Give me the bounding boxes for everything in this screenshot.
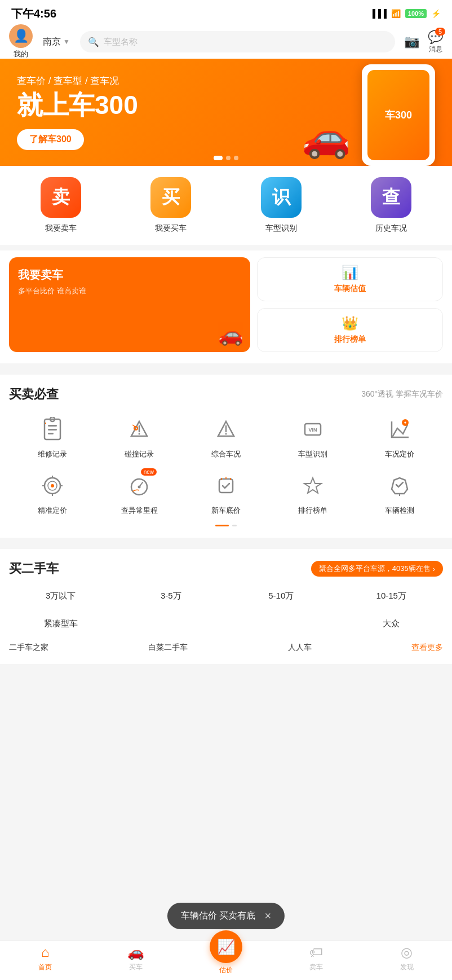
sell-label: 我要卖车 bbox=[45, 223, 77, 234]
view-more-link[interactable]: 查看更多 bbox=[411, 643, 443, 653]
identify-icon: 识 bbox=[272, 185, 290, 210]
header: 👤 我的 南京 ▼ 🔍 车型名称 📷 💬 5 消息 bbox=[0, 25, 452, 59]
pricing-icon bbox=[384, 414, 415, 445]
buy-label: 我要买车 bbox=[155, 223, 187, 234]
banner[interactable]: 查车价 / 查车型 / 查车况 就上车300 了解车300 车300 🚗 bbox=[0, 59, 452, 166]
price-item-1[interactable]: 3万以下 bbox=[9, 586, 113, 606]
city-name: 南京 bbox=[43, 36, 61, 48]
grid-inspect[interactable]: 车辆检测 bbox=[356, 471, 443, 516]
action-buy[interactable]: 买 我要买车 bbox=[122, 177, 219, 234]
grid-ranking[interactable]: 排行榜单 bbox=[269, 471, 356, 516]
ranking-card[interactable]: 👑 排行榜单 bbox=[257, 308, 443, 352]
precise-label: 精准定价 bbox=[38, 506, 67, 516]
must-check-header: 买卖必查 360°透视 掌握车况车价 bbox=[9, 386, 443, 403]
dot-2 bbox=[226, 156, 231, 160]
svg-rect-3 bbox=[48, 433, 54, 434]
banner-title: 就上车300 bbox=[17, 92, 138, 118]
ranking2-label: 排行榜单 bbox=[298, 506, 327, 516]
buy-icon-box: 买 bbox=[150, 177, 191, 218]
repair-icon bbox=[37, 414, 68, 445]
svg-rect-1 bbox=[48, 425, 57, 427]
status-icons: ▐▐▐ 📶 100% ⚡ bbox=[370, 9, 441, 18]
indicator-active bbox=[215, 525, 229, 526]
grid-newprice[interactable]: 新车底价 bbox=[183, 471, 269, 516]
ranking2-icon bbox=[298, 471, 328, 501]
grid-pricing[interactable]: 车况定价 bbox=[356, 414, 443, 459]
newprice-label: 新车底价 bbox=[211, 506, 241, 516]
sell-card-icon: 🚗 bbox=[218, 323, 243, 346]
wifi-icon: 📶 bbox=[391, 9, 401, 18]
dot-3 bbox=[234, 156, 238, 160]
action-sell[interactable]: 卖 我要卖车 bbox=[12, 177, 109, 234]
banner-text: 查车价 / 查车型 / 查车况 就上车300 了解车300 bbox=[17, 74, 138, 150]
camera-button[interactable]: 📷 bbox=[401, 31, 422, 52]
must-check-subtitle: 360°透视 掌握车况车价 bbox=[361, 389, 443, 399]
svg-point-13 bbox=[51, 484, 54, 487]
sell-feature-card[interactable]: 我要卖车 多平台比价 谁高卖谁 🚗 bbox=[9, 257, 250, 352]
battery-indicator: 100% bbox=[405, 9, 427, 18]
user-icon: 👤 bbox=[14, 29, 29, 43]
platform-2[interactable]: 白菜二手车 bbox=[148, 643, 188, 653]
sell-card-subtitle: 多平台比价 谁高卖谁 bbox=[18, 286, 241, 296]
identify-label: 车型识别 bbox=[265, 223, 297, 234]
signal-icon: ▐▐▐ bbox=[370, 9, 387, 18]
must-check-section: 买卖必查 360°透视 掌握车况车价 维修记录 bbox=[0, 375, 452, 538]
platform-3[interactable]: 人人车 bbox=[288, 643, 312, 653]
action-identify[interactable]: 识 车型识别 bbox=[233, 177, 330, 234]
grid-vin[interactable]: VIN 车型识别 bbox=[269, 414, 356, 459]
precise-icon bbox=[37, 471, 68, 501]
my-label: 我的 bbox=[14, 49, 28, 59]
message-button[interactable]: 💬 5 消息 bbox=[428, 30, 443, 54]
city-selector[interactable]: 南京 ▼ bbox=[38, 36, 74, 48]
price-grid: 3万以下 3-5万 5-10万 10-15万 bbox=[9, 586, 443, 606]
buy-tag[interactable]: 聚合全网多平台车源，4035辆在售 › bbox=[311, 561, 443, 577]
check-icon-grid: 维修记录 碰撞记录 综合车况 bbox=[9, 414, 443, 516]
vin-icon: VIN bbox=[298, 414, 328, 445]
brand-vw[interactable]: 大众 bbox=[340, 614, 444, 634]
condition-label: 综合车况 bbox=[211, 449, 241, 459]
svg-rect-2 bbox=[48, 429, 57, 430]
sell-card-title: 我要卖车 bbox=[18, 267, 241, 283]
brand-grid: 紧凑型车 大众 bbox=[9, 614, 443, 634]
svg-point-19 bbox=[138, 486, 141, 489]
buy-header: 买二手车 聚合全网多平台车源，4035辆在售 › bbox=[9, 560, 443, 577]
buy-tag-arrow: › bbox=[433, 565, 435, 573]
brand-compact[interactable]: 紧凑型车 bbox=[9, 614, 113, 634]
second-hand-section: 买二手车 聚合全网多平台车源，4035辆在售 › 3万以下 3-5万 5-10万… bbox=[0, 549, 452, 664]
feature-cards: 我要卖车 多平台比价 谁高卖谁 🚗 📊 车辆估值 👑 排行榜单 bbox=[0, 251, 452, 363]
estimate-card[interactable]: 📊 车辆估值 bbox=[257, 257, 443, 301]
platform-1[interactable]: 二手车之家 bbox=[9, 643, 48, 653]
platform-row: 二手车之家 白菜二手车 人人车 查看更多 bbox=[9, 643, 443, 653]
price-item-2[interactable]: 3-5万 bbox=[119, 586, 223, 606]
brand-2[interactable] bbox=[119, 614, 223, 634]
grid-collision[interactable]: 碰撞记录 bbox=[96, 414, 183, 459]
collision-icon bbox=[124, 414, 154, 445]
grid-precise[interactable]: 精准定价 bbox=[9, 471, 96, 516]
city-arrow-icon: ▼ bbox=[63, 38, 70, 46]
message-badge: 5 bbox=[435, 28, 445, 36]
search-bar[interactable]: 🔍 车型名称 bbox=[80, 31, 395, 52]
message-label: 消息 bbox=[429, 45, 442, 54]
buy-icon: 买 bbox=[162, 185, 180, 210]
mileage-icon: new bbox=[124, 471, 154, 501]
banner-button[interactable]: 了解车300 bbox=[17, 129, 84, 150]
avatar-section[interactable]: 👤 我的 bbox=[9, 24, 33, 59]
svg-point-5 bbox=[139, 433, 140, 435]
sell-icon: 卖 bbox=[52, 185, 70, 210]
avatar[interactable]: 👤 bbox=[9, 24, 33, 48]
grid-repair[interactable]: 维修记录 bbox=[9, 414, 96, 459]
status-bar: 下午4:56 ▐▐▐ 📶 100% ⚡ bbox=[0, 0, 452, 25]
side-cards: 📊 车辆估值 👑 排行榜单 bbox=[257, 257, 443, 352]
svg-rect-20 bbox=[219, 479, 233, 493]
brand-3[interactable] bbox=[229, 614, 333, 634]
price-item-4[interactable]: 10-15万 bbox=[340, 586, 444, 606]
grid-condition[interactable]: 综合车况 bbox=[183, 414, 269, 459]
ranking-icon: 👑 bbox=[342, 315, 358, 331]
repair-label: 维修记录 bbox=[38, 449, 67, 459]
status-time: 下午4:56 bbox=[11, 6, 56, 21]
must-check-title: 买卖必查 bbox=[9, 386, 59, 403]
price-item-3[interactable]: 5-10万 bbox=[229, 586, 333, 606]
grid-mileage[interactable]: new 查异常里程 bbox=[96, 471, 183, 516]
identify-icon-box: 识 bbox=[261, 177, 302, 218]
action-history[interactable]: 查 历史车况 bbox=[343, 177, 440, 234]
